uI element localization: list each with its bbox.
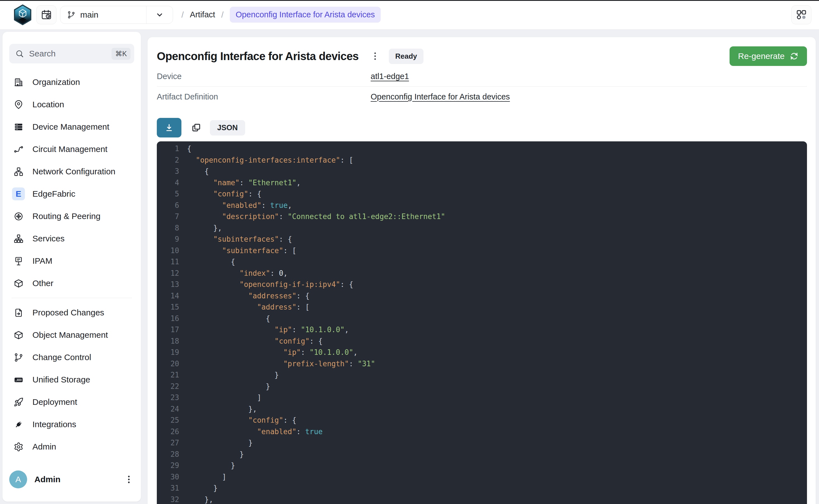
code-line: 32 }, — [157, 494, 807, 504]
sidebar-item-label: Location — [32, 100, 64, 109]
window-edge — [0, 0, 819, 1]
code-line: 9 "subinterfaces": { — [157, 234, 807, 245]
search-icon — [15, 49, 24, 58]
search-input[interactable]: Search ⌘K — [9, 44, 134, 63]
sidebar-item-label: Services — [32, 234, 65, 243]
sidebar-item-change-control[interactable]: Change Control — [9, 346, 134, 369]
sidebar-item-services[interactable]: Services — [9, 227, 134, 250]
code-line: 29 } — [157, 460, 807, 471]
code-viewer[interactable]: 1{2 "openconfig-interfaces:interface": [… — [157, 141, 807, 504]
sidebar-item-label: Integrations — [32, 420, 76, 429]
edgefabric-tile: E — [12, 187, 25, 200]
line-number: 5 — [157, 188, 179, 200]
sidebar-item-deployment[interactable]: Deployment — [9, 391, 134, 413]
code-line: 19 "ip": "10.1.0.0", — [157, 347, 807, 358]
code-line: 18 "config": { — [157, 336, 807, 347]
copy-button[interactable] — [191, 122, 201, 133]
sidebar-item-other[interactable]: Other — [9, 272, 134, 294]
field-value-link[interactable]: Openconfig Interface for Arista devices — [370, 92, 510, 101]
code-text: }, — [179, 403, 257, 415]
sitemap-icon — [12, 165, 25, 178]
sidebar-item-network-configuration[interactable]: Network Configuration — [9, 160, 134, 183]
code-line: 15 "address": [ — [157, 301, 807, 313]
code-text: { — [179, 143, 191, 154]
code-text: { — [179, 313, 270, 324]
code-text: } — [179, 369, 279, 381]
copy-icon — [191, 122, 201, 133]
sidebar-item-label: Circuit Management — [32, 144, 107, 154]
sidebar-item-location[interactable]: Location — [9, 93, 134, 116]
regenerate-button[interactable]: Re-generate — [730, 46, 807, 66]
search-shortcut-badge: ⌘K — [111, 48, 130, 60]
code-text: }, — [179, 222, 222, 234]
sidebar-item-integrations[interactable]: Integrations — [9, 413, 134, 436]
line-number: 26 — [157, 426, 179, 438]
sidebar-item-label: Change Control — [32, 353, 91, 362]
line-number: 3 — [157, 166, 179, 177]
breadcrumb-item-artifact[interactable]: Artifact — [190, 10, 215, 19]
field-value-link[interactable]: atl1-edge1 — [370, 72, 409, 81]
sidebar-divider — [11, 298, 132, 298]
code-text: "openconfig-if-ip:ipv4": { — [179, 279, 353, 290]
calendar-button[interactable] — [36, 5, 56, 24]
sidebar-item-object-management[interactable]: Object Management — [9, 324, 134, 346]
breadcrumb-item-current[interactable]: Openconfig Interface for Arista devices — [230, 7, 381, 23]
sidebar-item-organization[interactable]: Organization — [9, 71, 134, 93]
branch-label: main — [80, 10, 98, 20]
line-number: 15 — [157, 301, 179, 313]
code-text: "prefix-length": "31" — [179, 358, 375, 370]
avatar: A — [9, 470, 27, 488]
kebab-menu-icon — [370, 51, 380, 61]
workflow-button[interactable] — [791, 5, 811, 24]
user-menu[interactable]: A Admin — [9, 470, 134, 489]
line-number: 9 — [157, 234, 179, 245]
code-line: 12 "index": 0, — [157, 268, 807, 279]
artifact-panel: Openconfig Interface for Arista devices … — [147, 37, 816, 504]
line-number: 8 — [157, 222, 179, 234]
rocket-icon — [12, 396, 25, 408]
line-number: 4 — [157, 177, 179, 189]
branch-dropdown-toggle[interactable] — [146, 6, 173, 23]
sidebar-item-edgefabric[interactable]: EEdgeFabric — [9, 183, 134, 205]
code-line: 17 "ip": "10.1.0.0", — [157, 324, 807, 336]
download-button[interactable] — [157, 118, 181, 137]
code-line: 3 { — [157, 166, 807, 177]
code-text: } — [179, 460, 235, 471]
line-number: 11 — [157, 256, 179, 268]
code-line: 2 "openconfig-interfaces:interface": [ — [157, 154, 807, 166]
sidebar-item-admin[interactable]: Admin — [9, 436, 134, 458]
hierarchy-icon — [12, 232, 25, 245]
line-number: 25 — [157, 415, 179, 426]
sidebar-item-device-management[interactable]: Device Management — [9, 116, 134, 138]
kebab-menu-icon[interactable] — [123, 474, 134, 485]
line-number: 22 — [157, 381, 179, 392]
line-number: 31 — [157, 482, 179, 494]
sidebar-item-label: Deployment — [32, 397, 77, 407]
sidebar-item-unified-storage[interactable]: Unified Storage — [9, 369, 134, 391]
breadcrumb-separator: / — [221, 10, 224, 20]
code-text: "config": { — [179, 336, 322, 347]
code-toolbar: JSON — [157, 118, 807, 137]
line-number: 29 — [157, 460, 179, 471]
page-title: Openconfig Interface for Arista devices — [157, 50, 358, 63]
sidebar-item-label: Admin — [32, 442, 56, 451]
cube-icon — [12, 277, 25, 290]
field-label: Artifact Definition — [157, 92, 370, 101]
sidebar-item-ipam[interactable]: IPIPAM — [9, 250, 134, 272]
code-text: "config": { — [179, 415, 296, 426]
sidebar-item-label: Routing & Peering — [32, 211, 101, 221]
code-text: "ip": "10.1.0.0", — [179, 324, 349, 336]
sidebar-item-proposed-changes[interactable]: Proposed Changes — [9, 301, 134, 324]
sidebar-item-routing-peering[interactable]: Routing & Peering — [9, 205, 134, 227]
code-text: { — [179, 166, 209, 177]
sidebar-item-circuit-management[interactable]: Circuit Management — [9, 138, 134, 160]
line-number: 30 — [157, 471, 179, 483]
line-number: 17 — [157, 324, 179, 336]
code-text: "enabled": true — [179, 426, 322, 438]
title-kebab-button[interactable] — [370, 51, 380, 61]
code-text: { — [179, 256, 235, 268]
branch-selector[interactable]: main — [60, 6, 173, 24]
server-icon — [12, 120, 25, 133]
status-badge: Ready — [389, 49, 424, 64]
line-number: 18 — [157, 336, 179, 347]
